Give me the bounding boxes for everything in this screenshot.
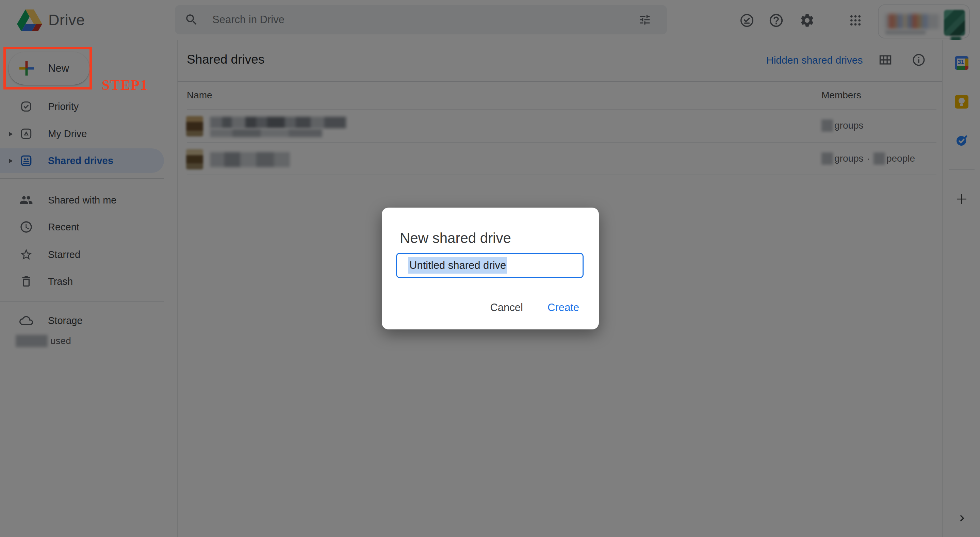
step1-annotation-label: STEP1 [102,77,148,93]
cancel-button[interactable]: Cancel [487,300,527,316]
new-shared-drive-dialog: New shared drive Untitled shared drive C… [382,207,599,330]
google-drive-window: Drive Search in Drive [0,0,980,537]
shared-drive-name-input[interactable]: Untitled shared drive [396,253,584,278]
step1-highlight-rectangle [3,47,92,89]
dialog-title: New shared drive [400,230,511,246]
dialog-actions: Cancel Create [487,300,582,316]
input-value-selected: Untitled shared drive [408,257,507,274]
create-button[interactable]: Create [544,300,582,316]
